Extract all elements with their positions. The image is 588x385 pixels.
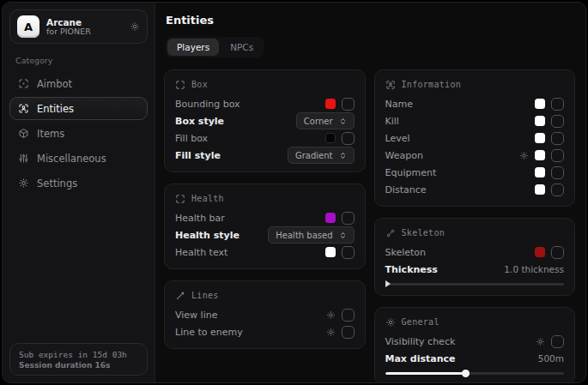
kill-row: Kill — [385, 112, 565, 129]
settings-columns: Box Bounding box Box style Corner — [164, 69, 575, 383]
color-swatch[interactable] — [535, 133, 545, 143]
checkbox[interactable] — [342, 132, 355, 145]
checkbox[interactable] — [551, 98, 564, 111]
checkbox[interactable] — [342, 309, 355, 322]
cube-icon — [18, 128, 29, 139]
checkbox[interactable] — [342, 246, 355, 259]
color-swatch[interactable] — [535, 150, 545, 160]
information-card-header: Information — [385, 77, 565, 92]
gear-icon[interactable] — [326, 310, 336, 320]
color-swatch[interactable] — [325, 213, 336, 223]
setting-label: Fill box — [175, 133, 208, 144]
setting-label: Health text — [175, 247, 227, 258]
fill-box-row: Fill box — [175, 129, 355, 147]
box-style-dropdown[interactable]: Corner — [296, 112, 355, 129]
gear-icon[interactable] — [536, 337, 545, 346]
setting-label: Thickness — [385, 264, 438, 275]
setting-label: Bounding box — [175, 99, 240, 110]
line-to-enemy-row: Line to enemy — [175, 323, 355, 340]
gear-icon[interactable] — [130, 21, 140, 32]
setting-label: Name — [385, 99, 413, 110]
card-title: Skeleton — [402, 228, 446, 238]
slider-fill — [385, 372, 466, 375]
setting-label: Level — [385, 133, 410, 144]
corner-brackets-icon — [175, 80, 185, 90]
tab-players[interactable]: Players — [167, 39, 219, 56]
sidebar-item-label: Settings — [37, 177, 77, 189]
dropdown-value: Corner — [304, 117, 333, 126]
page-title: Entities — [166, 14, 575, 27]
name-row: Name — [385, 95, 565, 112]
color-swatch[interactable] — [325, 99, 336, 109]
setting-label: Health style — [175, 230, 239, 241]
information-card: Information Name Kill — [374, 69, 576, 207]
color-swatch[interactable] — [535, 247, 545, 257]
color-swatch[interactable] — [325, 247, 336, 257]
unfold-icon — [339, 232, 347, 239]
gear-icon — [18, 177, 29, 189]
app-logo: A — [17, 15, 39, 38]
bone-icon — [385, 228, 396, 238]
tab-npcs[interactable]: NPCs — [221, 39, 263, 56]
checkbox[interactable] — [342, 326, 355, 339]
checkbox[interactable] — [551, 335, 564, 348]
skeleton-row: Skeleton — [385, 244, 565, 261]
checkbox[interactable] — [551, 183, 564, 196]
sidebar-item-items[interactable]: Items — [9, 122, 148, 145]
setting-label: Health bar — [175, 213, 225, 224]
slider-thumb[interactable] — [385, 280, 391, 287]
category-nav: Aimbot Entities — [9, 72, 148, 195]
health-bar-row: Health bar — [175, 209, 355, 226]
dropdown-value: Gradient — [295, 151, 333, 160]
person-scan-icon — [385, 80, 396, 90]
gear-icon[interactable] — [519, 151, 529, 160]
slider-track — [385, 372, 565, 375]
gear-icon[interactable] — [326, 328, 336, 337]
health-card-header: Health — [175, 191, 355, 206]
color-swatch[interactable] — [535, 99, 545, 109]
setting-label: Fill style — [175, 150, 221, 161]
sidebar-item-miscellaneous[interactable]: Miscellaneous — [9, 147, 148, 170]
person-scan-icon — [18, 103, 29, 114]
setting-label: Visibility check — [385, 336, 456, 347]
gear-icon — [385, 317, 396, 328]
checkbox[interactable] — [551, 166, 564, 179]
setting-label: Equipment — [385, 167, 437, 178]
diagonal-line-icon — [175, 291, 185, 301]
corner-brackets-icon — [175, 194, 185, 204]
session-duration-text: Session duration 16s — [19, 361, 138, 370]
arcane-menu-window: A Arcane for PIONER Category — [2, 2, 586, 383]
sidebar-item-settings[interactable]: Settings — [9, 171, 148, 195]
slider-track — [385, 283, 565, 286]
fill-style-dropdown[interactable]: Gradient — [288, 147, 355, 164]
checkbox[interactable] — [551, 149, 564, 162]
slider-thumb[interactable] — [462, 370, 470, 377]
card-title: Lines — [191, 291, 219, 300]
card-title: Health — [191, 194, 224, 203]
max-distance-slider[interactable] — [385, 370, 565, 376]
setting-label: Kill — [385, 116, 399, 127]
sidebar-item-aimbot[interactable]: Aimbot — [9, 72, 148, 95]
color-swatch[interactable] — [535, 116, 545, 126]
brand-text: Arcane for PIONER — [46, 17, 123, 37]
checkbox[interactable] — [551, 132, 564, 145]
checkbox[interactable] — [342, 98, 355, 111]
thickness-slider[interactable] — [385, 280, 565, 287]
sidebar-item-entities[interactable]: Entities — [9, 97, 148, 120]
color-swatch[interactable] — [325, 133, 336, 143]
setting-label: Line to enemy — [175, 327, 243, 338]
skeleton-card: Skeleton Skeleton Thickness 1.0 thicknes… — [374, 218, 576, 296]
checkbox[interactable] — [551, 115, 564, 128]
bounding-box-row: Bounding box — [175, 95, 355, 112]
right-column: Information Name Kill — [374, 69, 576, 383]
checkbox[interactable] — [551, 246, 564, 259]
color-swatch[interactable] — [535, 184, 545, 195]
app-screen: A Arcane for PIONER Category — [0, 0, 588, 385]
health-style-dropdown[interactable]: Health based — [268, 226, 354, 244]
brand-name: Arcane — [46, 17, 123, 27]
box-card: Box Bounding box Box style Corner — [164, 69, 366, 172]
color-swatch[interactable] — [535, 167, 545, 177]
unfold-icon — [339, 152, 347, 159]
checkbox[interactable] — [342, 212, 355, 225]
card-title: General — [402, 317, 439, 327]
